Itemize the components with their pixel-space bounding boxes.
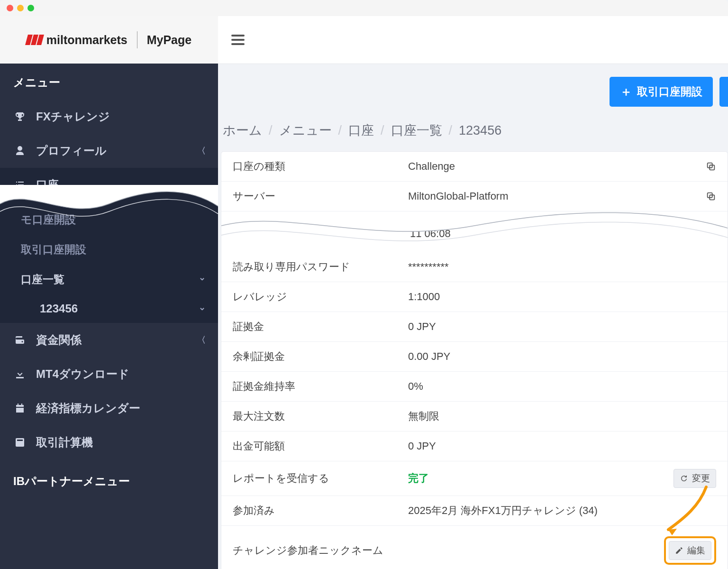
row-label: レポートを受信する (233, 471, 408, 486)
row-receive-report: レポートを受信する 完了 変更 (221, 461, 728, 496)
row-server: サーバー MiltonGlobal-Platform (221, 182, 728, 211)
row-value: 1:1000 (408, 291, 716, 303)
wave-cut-decoration (221, 211, 728, 252)
row-value: ********** (408, 261, 716, 273)
sidebar-item-accounts[interactable]: 口座 ⌄ (0, 168, 218, 202)
row-margin-level: 証拠金維持率 0% (221, 372, 728, 402)
brand-subtitle: MyPage (147, 33, 191, 47)
window-zoom-dot[interactable] (27, 5, 34, 11)
button-label: 編集 (687, 544, 705, 557)
row-leverage: レバレッジ 1:1000 (221, 282, 728, 312)
breadcrumb-id: 123456 (459, 123, 501, 138)
sidebar-sub-label: 123456 (40, 302, 78, 315)
copy-icon[interactable] (706, 191, 716, 202)
sidebar-ib-heading: IBパートナーメニュー (0, 459, 218, 498)
breadcrumb-accounts[interactable]: 口座 (348, 122, 374, 139)
trophy-icon (14, 111, 26, 122)
row-value: 2025年2月 海外FX1万円チャレンジ (34) (408, 504, 716, 518)
brand-header: miltonmarkets MyPage (0, 16, 218, 64)
breadcrumb-home[interactable]: ホーム (223, 122, 262, 139)
row-value: 完了 (408, 471, 673, 486)
row-withdrawable: 出金可能額 0 JPY (221, 431, 728, 461)
sidebar-item-label: 取引計算機 (36, 435, 93, 450)
edit-nickname-button[interactable]: 編集 (669, 541, 711, 560)
open-trading-account-button[interactable]: ＋ 取引口座開設 (610, 77, 713, 107)
brand-name: miltonmarkets (46, 33, 127, 47)
chevron-left-icon: 〈 (197, 145, 206, 156)
macos-window-chrome (0, 0, 728, 16)
row-joined: 参加済み 2025年2月 海外FX1万円チャレンジ (34) (221, 496, 728, 526)
row-label: 最大注文数 (233, 409, 408, 423)
sidebar-item-label: FXチャレンジ (36, 109, 110, 124)
row-label: 参加済み (233, 504, 408, 518)
sidebar-item-label: プロフィール (36, 143, 107, 158)
row-label: 読み取り専用パスワード (233, 260, 408, 274)
chevron-down-icon: ⌄ (199, 180, 206, 190)
sidebar-item-mt4-download[interactable]: MT4ダウンロード (0, 357, 218, 391)
button-label: 取引口座開設 (637, 84, 702, 99)
window-minimize-dot[interactable] (17, 5, 24, 11)
row-value: 0 JPY (408, 321, 716, 333)
copy-icon[interactable] (706, 161, 716, 172)
brand-divider (137, 31, 137, 48)
row-max-orders: 最大注文数 無制限 (221, 402, 728, 431)
row-value: 0% (408, 380, 716, 393)
chevron-down-icon: ⌄ (199, 302, 206, 312)
brand-mark-icon (27, 35, 44, 45)
hamburger-icon[interactable] (231, 35, 245, 45)
sidebar-sub-label: 取引口座開設 (21, 243, 86, 256)
row-value: MiltonGlobal-Platform (408, 190, 706, 202)
breadcrumb-list[interactable]: 口座一覧 (391, 122, 442, 139)
calendar-icon (14, 403, 26, 414)
sidebar-item-label: 経済指標カレンダー (36, 401, 140, 416)
breadcrumb-menu[interactable]: メニュー (279, 122, 332, 139)
user-icon (14, 145, 26, 156)
plus-icon: ＋ (620, 83, 632, 100)
sidebar-sub-account-list[interactable]: 口座一覧 ⌄ (0, 265, 218, 294)
list-icon (14, 179, 26, 191)
sidebar-item-label: MT4ダウンロード (36, 367, 129, 382)
sidebar-item-label: 資金関係 (36, 332, 82, 348)
change-report-button[interactable]: 変更 (673, 469, 716, 488)
button-label: 変更 (692, 472, 710, 485)
sidebar-item-profile[interactable]: プロフィール 〈 (0, 134, 218, 168)
sidebar-heading: メニュー (0, 64, 218, 100)
topbar (218, 16, 728, 64)
row-value: 0 JPY (408, 440, 716, 452)
breadcrumb: ホーム/ メニュー/ 口座/ 口座一覧/ 123456 (218, 113, 728, 151)
sidebar-sub-open-account[interactable]: 取引口座開設 (0, 235, 218, 265)
annotation-highlight: 編集 (664, 536, 716, 565)
row-label: 出金可能額 (233, 439, 408, 453)
calculator-icon (14, 437, 26, 448)
row-label: 口座の種類 (233, 159, 408, 174)
brand-logo: miltonmarkets (27, 33, 127, 47)
sidebar-item-calculator[interactable]: 取引計算機 (0, 425, 218, 459)
row-label: 余剰証拠金 (233, 349, 408, 364)
secondary-button-edge[interactable] (719, 77, 728, 107)
row-label: 証拠金維持率 (233, 379, 408, 394)
row-label: 証拠金 (233, 320, 408, 334)
chevron-down-icon: ⌄ (199, 272, 206, 283)
row-readonly-password: 読み取り専用パスワード ********** (221, 252, 728, 282)
row-value: 0.00 JPY (408, 350, 716, 363)
sidebar-item-label: 口座 (36, 177, 59, 193)
row-margin: 証拠金 0 JPY (221, 312, 728, 342)
download-icon (14, 368, 26, 380)
main-content: ＋ 取引口座開設 ホーム/ メニュー/ 口座/ 口座一覧/ 123456 口座の… (218, 16, 728, 569)
row-label: レバレッジ (233, 290, 408, 304)
window-close-dot[interactable] (7, 5, 13, 11)
edit-icon (675, 546, 683, 555)
sidebar-item-calendar[interactable]: 経済指標カレンダー (0, 391, 218, 425)
row-free-margin: 余剰証拠金 0.00 JPY (221, 342, 728, 372)
sidebar-sub-account-id[interactable]: 123456 ⌄ (0, 294, 218, 323)
sidebar-sub-label: 口座一覧 (21, 273, 64, 285)
sidebar-item-funds[interactable]: 資金関係 〈 (0, 323, 218, 357)
row-label: チャレンジ参加者ニックネーム (233, 543, 664, 558)
row-account-type: 口座の種類 Challenge (221, 152, 728, 182)
sidebar-item-fx-challenge[interactable]: FXチャレンジ (0, 100, 218, 134)
row-nickname: チャレンジ参加者ニックネーム 編集 (221, 526, 728, 569)
action-row: ＋ 取引口座開設 (218, 64, 728, 113)
row-value: Challenge (408, 160, 706, 173)
row-label: サーバー (233, 189, 408, 203)
sidebar-sub-demo-open[interactable]: モ口座開設 (0, 202, 218, 235)
